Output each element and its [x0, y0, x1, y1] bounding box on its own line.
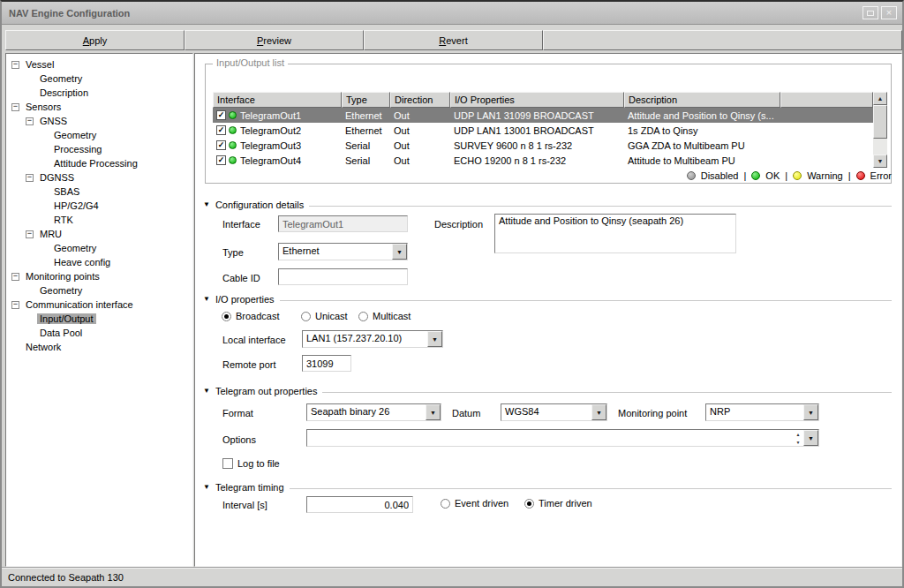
tree-item-label: Geometry [37, 285, 85, 296]
tree-item-mru[interactable]: −MRU [6, 227, 192, 241]
tree-item-gnss[interactable]: −GNSS [6, 114, 192, 128]
column-header-direction[interactable]: Direction [390, 92, 450, 108]
multicast-radio[interactable]: Multicast [358, 311, 411, 321]
tree-item-vessel-geometry[interactable]: Geometry [6, 72, 192, 86]
dropdown-button[interactable]: ▼ [803, 430, 818, 446]
tree-item-network[interactable]: Network [6, 340, 192, 354]
collapse-triangle-icon: ▼ [203, 388, 210, 395]
table-scrollbar[interactable]: ▲ ▼ [873, 92, 887, 168]
scroll-down-button[interactable]: ▼ [873, 155, 887, 168]
revert-button[interactable]: Revert [364, 30, 543, 50]
type-label: Type [222, 247, 244, 258]
check-icon: ✓ [218, 141, 225, 149]
dropdown-button[interactable]: ▼ [591, 404, 606, 420]
options-spinner[interactable]: ▲ ▼ [793, 430, 803, 446]
tree-item-rtk[interactable]: RTK [6, 213, 192, 227]
log-to-file-checkbox[interactable]: Log to file [222, 458, 280, 469]
check-icon: ✓ [218, 111, 225, 119]
timer-driven-radio[interactable]: Timer driven [524, 498, 592, 509]
description-textarea[interactable]: Attitude and Position to Qinsy (seapath … [494, 214, 736, 253]
tree-item-label: Geometry [37, 73, 85, 84]
monitoring-point-dropdown[interactable]: NRP ▼ [705, 403, 819, 421]
column-header-type[interactable]: Type [342, 92, 390, 108]
table-row[interactable]: ✓TelegramOut1 Ethernet Out UDP LAN1 3109… [213, 108, 873, 123]
tree-item-sbas[interactable]: SBAS [6, 185, 192, 199]
table-header: Interface Type Direction I/O Properties … [213, 92, 873, 108]
broadcast-radio[interactable]: Broadcast [222, 311, 280, 321]
section-configuration-details[interactable]: ▼ Configuration details [203, 199, 892, 211]
local-interface-dropdown[interactable]: LAN1 (157.237.20.10) ▼ [302, 330, 443, 348]
groupbox-title: Input/Output list [213, 57, 288, 68]
table-row[interactable]: ✓TelegramOut3 Serial Out SURVEY 9600 n 8… [213, 138, 873, 153]
tree-expander-icon[interactable]: − [26, 230, 34, 238]
tree-item-label: Description [37, 87, 91, 98]
close-button[interactable]: × [881, 6, 897, 19]
tree-expander-icon[interactable]: − [11, 61, 19, 69]
unicast-radio[interactable]: Unicast [301, 311, 348, 321]
type-dropdown[interactable]: Ethernet ▼ [278, 243, 408, 260]
tree-item-heave-config[interactable]: Heave config [6, 255, 192, 269]
scroll-thumb[interactable] [873, 105, 887, 139]
cable-id-input[interactable] [278, 268, 408, 285]
interface-input[interactable] [278, 215, 408, 232]
tree-item-monitoring-points[interactable]: −Monitoring points [6, 269, 192, 283]
radio-circle-icon [441, 499, 450, 509]
tree-item-processing[interactable]: Processing [6, 142, 192, 156]
radio-circle-icon [222, 312, 231, 321]
remote-port-input[interactable] [302, 355, 351, 372]
preview-button[interactable]: Preview [185, 30, 364, 50]
section-io-properties[interactable]: ▼ I/O properties [203, 293, 892, 305]
table-row[interactable]: ✓TelegramOut4 Serial Out ECHO 19200 n 8 … [213, 153, 873, 168]
section-telegram-out-properties[interactable]: ▼ Telegram out properties [203, 385, 892, 397]
table-row[interactable]: ✓TelegramOut2 Ethernet Out UDP LAN1 1300… [213, 123, 873, 138]
row-enabled-checkbox[interactable]: ✓ [216, 140, 226, 150]
tree-expander-icon[interactable]: − [26, 117, 34, 125]
close-icon: × [886, 8, 892, 18]
tree-item-mru-geometry[interactable]: Geometry [6, 241, 192, 255]
dropdown-button[interactable]: ▼ [803, 404, 818, 420]
tree-item-description[interactable]: Description [6, 86, 192, 100]
tree-expander-icon[interactable]: − [26, 174, 34, 182]
warning-status-icon [793, 171, 802, 180]
maximize-button[interactable] [863, 6, 878, 19]
tree-item-sensors[interactable]: −Sensors [6, 100, 192, 114]
column-header-spacer [780, 92, 873, 108]
tree-item-gnss-geometry[interactable]: Geometry [6, 128, 192, 142]
column-header-description[interactable]: Description [624, 92, 780, 108]
interval-input[interactable] [306, 496, 413, 513]
row-enabled-checkbox[interactable]: ✓ [216, 125, 226, 135]
scroll-down-icon: ▼ [878, 158, 884, 164]
event-driven-radio[interactable]: Event driven [441, 498, 508, 509]
tree-item-monitoring-geometry[interactable]: Geometry [6, 283, 192, 298]
tree-item-label: RTK [51, 215, 76, 225]
tree-item-hp-g2-g4[interactable]: HP/G2/G4 [6, 199, 192, 213]
section-telegram-timing[interactable]: ▼ Telegram timing [203, 481, 892, 494]
dropdown-button[interactable]: ▼ [427, 331, 442, 347]
tree-expander-icon[interactable]: − [11, 103, 19, 111]
scroll-up-button[interactable]: ▲ [873, 92, 887, 105]
section-title: I/O properties [215, 294, 275, 305]
tree-expander-icon[interactable]: − [11, 273, 19, 281]
dropdown-button[interactable]: ▼ [392, 244, 407, 260]
column-header-interface[interactable]: Interface [213, 92, 342, 108]
section-divider [290, 488, 892, 489]
tree-item-vessel[interactable]: −Vessel [6, 57, 192, 72]
apply-button[interactable]: Apply [5, 30, 185, 50]
tree-item-dgnss[interactable]: −DGNSS [6, 170, 192, 185]
row-enabled-checkbox[interactable]: ✓ [216, 110, 226, 120]
tree-item-attitude-processing[interactable]: Attitude Processing [6, 156, 192, 170]
format-dropdown[interactable]: Seapath binary 26 ▼ [306, 403, 441, 421]
tree-item-data-pool[interactable]: Data Pool [6, 326, 192, 340]
title-bar[interactable]: NAV Engine Configuration × [2, 2, 902, 25]
options-combo[interactable]: ▲ ▼ ▼ [306, 429, 819, 447]
datum-dropdown[interactable]: WGS84 ▼ [501, 403, 607, 421]
tree-item-communication-interface[interactable]: −Communication interface [6, 298, 192, 312]
tree-item-input-output[interactable]: Input/Output [6, 312, 192, 326]
dropdown-button[interactable]: ▼ [426, 404, 441, 420]
column-header-io-properties[interactable]: I/O Properties [450, 92, 624, 108]
cable-id-label: Cable ID [222, 273, 260, 283]
row-enabled-checkbox[interactable]: ✓ [216, 155, 226, 165]
tree-expander-icon[interactable]: − [11, 301, 19, 309]
check-icon: ✓ [218, 126, 225, 134]
tree-item-label: Data Pool [37, 328, 85, 338]
